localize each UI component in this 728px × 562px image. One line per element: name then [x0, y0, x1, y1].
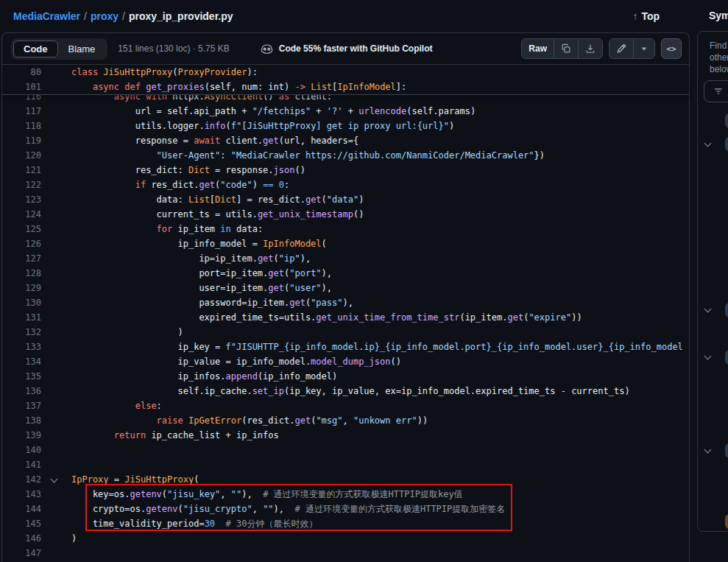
symbol-row — [698, 514, 728, 529]
code-text: res_dict: Dict = response.json() — [71, 163, 305, 178]
chevron-down-icon[interactable] — [704, 306, 712, 313]
line-number[interactable]: 130 — [2, 295, 41, 310]
tab-blame[interactable]: Blame — [58, 41, 106, 57]
breadcrumb-repo-link[interactable]: MediaCrawler — [13, 10, 80, 22]
chevron-down-icon[interactable] — [704, 140, 712, 147]
gutter — [41, 148, 71, 163]
line-number[interactable]: 127 — [2, 251, 41, 266]
line-number[interactable]: 138 — [2, 413, 41, 428]
gutter — [41, 398, 71, 413]
symbol-row — [698, 303, 728, 317]
gutter — [41, 65, 71, 80]
line-number[interactable]: 125 — [2, 222, 41, 236]
gutter — [41, 340, 71, 354]
breadcrumb-folder-link[interactable]: proxy — [91, 10, 119, 22]
copy-icon — [561, 43, 571, 54]
line-number[interactable]: 131 — [2, 310, 41, 325]
line-number[interactable]: 124 — [2, 207, 41, 222]
edit-actions-group — [609, 38, 655, 59]
gutter — [41, 428, 71, 443]
line-number[interactable]: 142 — [2, 472, 41, 487]
gutter — [41, 487, 71, 502]
gutter — [41, 251, 71, 266]
tab-code[interactable]: Code — [13, 41, 58, 57]
line-number[interactable]: 101 — [2, 80, 41, 94]
line-number[interactable]: 128 — [2, 266, 41, 281]
line-number[interactable]: 126 — [2, 236, 41, 251]
back-to-top-link[interactable]: ↑ Top — [632, 10, 660, 22]
line-number[interactable]: 134 — [2, 354, 41, 369]
gutter — [41, 369, 71, 384]
line-number[interactable]: 140 — [2, 443, 41, 457]
symbol-kind-badge[interactable] — [725, 303, 728, 317]
copilot-banner[interactable]: Code 55% faster with GitHub Copilot — [261, 43, 433, 55]
line-number[interactable]: 123 — [2, 192, 41, 207]
edit-dropdown-button[interactable] — [633, 39, 654, 58]
gutter — [41, 95, 71, 104]
line-number[interactable]: 132 — [2, 325, 41, 340]
breadcrumb-file-name: proxy_ip_provider.py — [129, 10, 233, 22]
code-text: expired_time_ts=utils.get_unix_time_from… — [71, 310, 582, 325]
line-number[interactable]: 120 — [2, 148, 41, 163]
line-number[interactable]: 137 — [2, 398, 41, 413]
collapse-chevron-icon[interactable] — [51, 476, 58, 483]
sticky-context-lines: 80class JiSuHttpProxy(ProxyProvider):101… — [2, 65, 689, 95]
code-text: key=os.getenv("jisu_key", ""), # 通过环境变量的… — [71, 487, 463, 502]
code-text: ip_info_model = IpInfoModel( — [71, 236, 327, 251]
chevron-down-icon[interactable] — [704, 353, 712, 360]
breadcrumb-separator: / — [84, 10, 87, 22]
code-text: ) — [71, 325, 183, 340]
gutter — [41, 502, 71, 516]
symbol-kind-badge[interactable] — [725, 443, 728, 458]
code-blame-switcher: Code Blame — [11, 38, 107, 60]
line-number[interactable]: 80 — [2, 65, 41, 80]
line-number[interactable]: 135 — [2, 369, 41, 384]
top-link-label: Top — [641, 10, 660, 22]
code-line: 136 self.ip_cache.set_ip(ip_key, ip_valu… — [2, 384, 689, 398]
line-number[interactable]: 146 — [2, 531, 41, 546]
line-number[interactable]: 147 — [2, 546, 41, 561]
line-number[interactable]: 136 — [2, 384, 41, 398]
code-line: 80class JiSuHttpProxy(ProxyProvider): — [2, 65, 689, 80]
line-number[interactable]: 139 — [2, 428, 41, 443]
line-number[interactable]: 145 — [2, 516, 41, 531]
line-number[interactable]: 118 — [2, 119, 41, 133]
line-number[interactable]: 129 — [2, 281, 41, 295]
code-line: 143 key=os.getenv("jisu_key", ""), # 通过环… — [2, 487, 689, 502]
line-number[interactable]: 133 — [2, 340, 41, 354]
code-line: 124 current_ts = utils.get_unix_timestam… — [2, 207, 689, 222]
code-line: 123 data: List[Dict] = res_dict.get("dat… — [2, 192, 689, 207]
copilot-banner-text: Code 55% faster with GitHub Copilot — [279, 43, 433, 54]
code-text: password=ip_item.get("pass"), — [71, 295, 353, 310]
symbol-row — [698, 350, 728, 365]
symbols-pane-toggle-button[interactable]: <> — [661, 38, 682, 59]
line-number[interactable]: 144 — [2, 502, 41, 516]
download-button[interactable] — [578, 39, 602, 58]
code-line: 144 crypto=os.getenv("jisu_crypto", ""),… — [2, 502, 689, 516]
symbols-filter-input[interactable] — [704, 80, 728, 102]
edit-button[interactable] — [609, 39, 633, 58]
code-line: 141 — [2, 457, 689, 472]
code-line: 140 — [2, 443, 689, 457]
symbol-kind-badge[interactable] — [725, 350, 728, 365]
symbol-kind-badge[interactable] — [725, 514, 728, 529]
line-number[interactable]: 141 — [2, 457, 41, 472]
code-text: async def get_proxies(self, num: int) ->… — [71, 80, 406, 94]
line-number[interactable]: 122 — [2, 178, 41, 192]
gutter — [41, 413, 71, 428]
symbol-kind-badge[interactable] — [725, 113, 728, 128]
line-number[interactable]: 117 — [2, 104, 41, 119]
symbol-kind-badge[interactable] — [725, 137, 728, 152]
code-line: 121 res_dict: Dict = response.json() — [2, 163, 689, 178]
line-number[interactable]: 119 — [2, 133, 41, 148]
line-number[interactable]: 143 — [2, 487, 41, 502]
raw-button[interactable]: Raw — [522, 39, 554, 58]
code-text: return ip_cache_list + ip_infos — [71, 428, 279, 443]
file-header-row: MediaCrawler / proxy / proxy_ip_provider… — [0, 0, 695, 32]
copy-button[interactable] — [554, 39, 578, 58]
line-number[interactable]: 121 — [2, 163, 41, 178]
line-number[interactable]: 116 — [2, 95, 41, 104]
code-text: else: — [71, 398, 162, 413]
chevron-down-icon[interactable] — [704, 446, 712, 454]
code-line: 130 password=ip_item.get("pass"), — [2, 295, 689, 310]
